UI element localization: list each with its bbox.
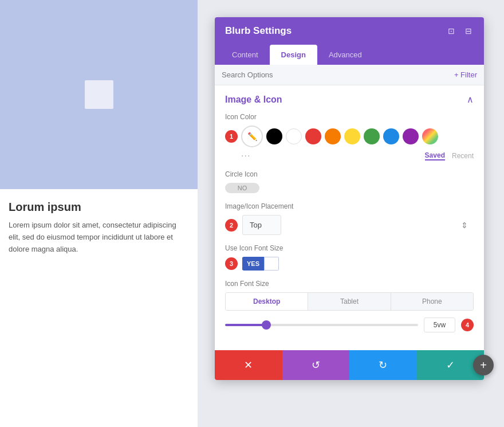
action-bar: ✕ ↺ ↻ ✓ [215, 350, 484, 380]
color-swatch-blue[interactable] [383, 128, 399, 144]
slider-value-box: 5vw [424, 318, 455, 332]
device-tabs: Desktop Tablet Phone [225, 292, 474, 311]
color-row-bottom: ··· Saved Recent [225, 151, 474, 161]
color-swatch-black[interactable] [266, 128, 282, 144]
blurb-title: Lorum ipsum [9, 201, 189, 214]
panel-header: Blurb Settings ⊡ ⊟ [215, 17, 484, 45]
placement-label: Image/Icon Placement [225, 202, 474, 210]
settings-panel: Blurb Settings ⊡ ⊟ Content Design Advanc… [215, 17, 484, 380]
device-tab-desktop[interactable]: Desktop [226, 293, 308, 310]
yes-toggle[interactable]: YES [242, 257, 279, 271]
color-swatch-orange[interactable] [325, 128, 341, 144]
panel-tabs: Content Design Advanced [215, 45, 484, 65]
color-tab-saved[interactable]: Saved [425, 151, 445, 160]
step-badge-4: 4 [461, 319, 474, 331]
color-swatch-green[interactable] [364, 128, 380, 144]
restore-icon[interactable]: ⊡ [446, 26, 456, 36]
use-icon-font-size-label: Use Icon Font Size [225, 244, 474, 252]
dropdown-arrow-icon: ⇕ [461, 221, 468, 230]
color-swatch-purple[interactable] [403, 128, 419, 144]
color-picker-row: 1 ✏️ [225, 126, 474, 147]
blurb-image-area [0, 0, 198, 189]
color-tab-recent[interactable]: Recent [452, 152, 474, 160]
use-icon-font-size-field: Use Icon Font Size 3 YES [225, 244, 474, 271]
step-badge-2: 2 [225, 219, 238, 232]
device-tab-tablet[interactable]: Tablet [308, 293, 391, 310]
icon-color-field: Icon Color 1 ✏️ ··· Saved [225, 113, 474, 161]
tab-design[interactable]: Design [270, 45, 317, 65]
undo-button[interactable]: ↺ [282, 350, 350, 380]
yes-toggle-row: 3 YES [225, 257, 474, 271]
redo-button[interactable]: ↻ [349, 350, 417, 380]
circle-icon-label: Circle Icon [225, 170, 474, 178]
expand-icon[interactable]: ⊟ [463, 26, 474, 36]
placement-dropdown-wrapper: Top Left Right Bottom ⇕ [242, 215, 474, 235]
slider-row: 5vw 4 [225, 318, 474, 332]
color-swatch-yellow[interactable] [344, 128, 360, 144]
color-swatch-gradient[interactable] [422, 128, 438, 144]
icon-color-label: Icon Color [225, 113, 474, 121]
search-input[interactable] [222, 70, 336, 79]
color-swatch-white[interactable] [286, 128, 302, 144]
step-badge-3: 3 [225, 257, 238, 270]
circle-icon-toggle-row: NO [225, 183, 474, 193]
eyedropper-swatch[interactable]: ✏️ [241, 126, 263, 147]
tab-content[interactable]: Content [220, 45, 270, 65]
section-title: Image & Icon [225, 95, 282, 105]
page-content: Lorum ipsum Lorem ipsum dolor sit amet, … [0, 0, 198, 427]
panel-title: Blurb Settings [225, 25, 292, 37]
placement-select[interactable]: Top Left Right Bottom [242, 215, 281, 235]
color-picker-tabs: Saved Recent [425, 151, 474, 160]
yes-toggle-box [264, 257, 279, 271]
circle-icon-field: Circle Icon NO [225, 170, 474, 193]
plus-button[interactable]: + [473, 355, 494, 375]
panel-header-icons: ⊡ ⊟ [446, 26, 474, 36]
font-size-slider[interactable] [225, 324, 418, 326]
blurb-icon-placeholder [85, 80, 113, 109]
slider-value: 5vw [434, 321, 446, 329]
yes-label: YES [242, 257, 264, 270]
color-swatch-red[interactable] [305, 128, 321, 144]
device-tab-phone[interactable]: Phone [391, 293, 473, 310]
icon-font-size-label: Icon Font Size [225, 280, 474, 288]
tab-advanced[interactable]: Advanced [317, 45, 373, 65]
section-header: Image & Icon ∧ [225, 94, 474, 105]
placement-field: Image/Icon Placement 2 Top Left Right Bo… [225, 202, 474, 235]
more-colors-icon[interactable]: ··· [241, 151, 250, 161]
search-bar: + Filter [215, 65, 484, 85]
icon-font-size-field: Icon Font Size Desktop Tablet Phone 5vw … [225, 280, 474, 332]
placement-dropdown-field: 2 Top Left Right Bottom ⇕ [225, 215, 474, 235]
cancel-button[interactable]: ✕ [215, 350, 282, 380]
blurb-text-area: Lorum ipsum Lorem ipsum dolor sit amet, … [0, 189, 198, 267]
panel-body: Image & Icon ∧ Icon Color 1 ✏️ [215, 85, 484, 350]
circle-icon-toggle[interactable]: NO [225, 183, 259, 193]
step-badge-1: 1 [225, 130, 238, 143]
chevron-up-icon[interactable]: ∧ [467, 94, 474, 105]
blurb-body: Lorem ipsum dolor sit amet, consectetur … [9, 220, 189, 255]
filter-button[interactable]: + Filter [454, 70, 477, 79]
